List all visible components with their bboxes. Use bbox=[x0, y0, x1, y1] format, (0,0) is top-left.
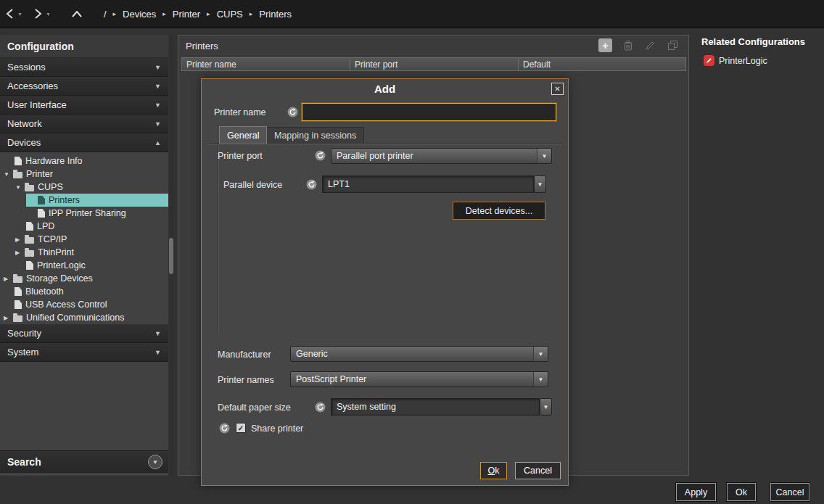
parameter-toggle-icon[interactable] bbox=[315, 150, 326, 161]
dialog-cancel-button[interactable]: Cancel bbox=[515, 462, 561, 479]
tree-item-tcp-ip[interactable]: ▶ TCP/IP bbox=[0, 233, 168, 246]
manufacturer-dropdown[interactable]: Generic ▼ bbox=[290, 346, 548, 362]
parameter-toggle-icon[interactable] bbox=[287, 107, 298, 117]
manufacturer-label: Manufacturer bbox=[218, 350, 271, 360]
printer-port-dropdown[interactable]: Parallel port printer ▼ bbox=[331, 148, 552, 164]
sidebar-section-user-interface[interactable]: User Interface ▼ bbox=[0, 96, 168, 115]
printer-names-dropdown[interactable]: PostScript Printer ▼ bbox=[290, 371, 548, 387]
back-button[interactable] bbox=[7, 6, 13, 22]
edit-printer-button[interactable] bbox=[643, 38, 657, 52]
up-level-button[interactable] bbox=[72, 6, 82, 22]
breadcrumb-item-cups[interactable]: CUPS bbox=[217, 9, 243, 20]
expander-open-icon[interactable]: ▼ bbox=[15, 184, 25, 191]
column-header-default[interactable]: Default bbox=[518, 57, 686, 71]
section-label: Security bbox=[7, 328, 41, 339]
tree-item-printers[interactable]: Printers bbox=[0, 194, 168, 207]
column-header-printer-name[interactable]: Printer name bbox=[181, 57, 350, 71]
printer-names-label: Printer names bbox=[218, 375, 274, 385]
printer-port-label: Printer port bbox=[218, 151, 263, 161]
tree-item-cups[interactable]: ▼ CUPS bbox=[0, 181, 168, 194]
section-label: Sessions bbox=[7, 62, 46, 73]
trash-icon bbox=[624, 41, 633, 51]
cancel-button[interactable]: Cancel bbox=[770, 483, 809, 501]
parallel-device-combo-input[interactable]: LPT1 bbox=[322, 175, 534, 193]
folder-icon bbox=[13, 315, 22, 322]
related-item-printerlogic[interactable]: PrinterLogic bbox=[704, 55, 824, 66]
sidebar-section-sessions[interactable]: Sessions ▼ bbox=[0, 58, 168, 77]
sidebar-section-system[interactable]: System ▼ bbox=[0, 343, 168, 362]
back-history-caret-icon[interactable]: ▼ bbox=[17, 12, 22, 17]
section-label: Network bbox=[7, 118, 42, 129]
expander-closed-icon[interactable]: ▶ bbox=[15, 249, 25, 256]
tree-item-lpd[interactable]: LPD bbox=[0, 220, 168, 233]
tree-item-unified-communications[interactable]: ▶ Unified Communications bbox=[0, 311, 168, 324]
tab-mapping-in-sessions[interactable]: Mapping in sessions bbox=[266, 127, 364, 144]
default-paper-size-dropdown-button[interactable]: ▼ bbox=[540, 398, 552, 416]
copy-printer-button[interactable] bbox=[666, 38, 680, 52]
sidebar-section-accessories[interactable]: Accessories ▼ bbox=[0, 77, 168, 96]
dropdown-value: Parallel port printer bbox=[337, 151, 413, 161]
printerlogic-edit-icon bbox=[704, 55, 714, 66]
forward-button[interactable] bbox=[35, 6, 41, 22]
expander-open-icon[interactable]: ▼ bbox=[4, 171, 13, 178]
tree-item-usb-access-control[interactable]: USB Access Control bbox=[0, 298, 168, 311]
tree-item-storage-devices[interactable]: ▶ Storage Devices bbox=[0, 272, 168, 285]
breadcrumb-root[interactable]: / bbox=[104, 9, 107, 20]
breadcrumb-item-printers[interactable]: Printers bbox=[259, 9, 292, 20]
default-paper-size-label: Default paper size bbox=[218, 402, 291, 413]
search-label: Search bbox=[7, 456, 41, 468]
tree-item-ipp-printer-sharing[interactable]: IPP Printer Sharing bbox=[0, 207, 168, 220]
sidebar-title: Configuration bbox=[0, 35, 168, 58]
detect-devices-button[interactable]: Detect devices... bbox=[453, 202, 545, 220]
tree-item-printer[interactable]: ▼ Printer bbox=[0, 168, 168, 181]
apply-button[interactable]: Apply bbox=[676, 483, 716, 501]
printer-name-input[interactable] bbox=[302, 103, 556, 121]
parameter-toggle-icon[interactable] bbox=[219, 423, 230, 434]
parameter-toggle-icon[interactable] bbox=[306, 179, 317, 190]
expander-closed-icon[interactable]: ▶ bbox=[4, 315, 13, 321]
cancel-button-label: Cancel bbox=[524, 466, 552, 476]
ok-button[interactable]: Ok bbox=[727, 483, 756, 501]
tree-item-bluetooth[interactable]: Bluetooth bbox=[0, 285, 168, 298]
expander-closed-icon[interactable]: ▶ bbox=[15, 236, 25, 243]
related-item-label: PrinterLogic bbox=[719, 56, 767, 66]
tree-item-label: LPD bbox=[37, 221, 54, 231]
add-printer-button[interactable]: + bbox=[598, 38, 612, 52]
dialog-close-button[interactable]: ✕ bbox=[551, 83, 564, 95]
app-window: ▼ ▼ / ▸ Devices ▸ Printer ▸ CUPS ▸ Print… bbox=[0, 0, 824, 504]
tree-item-hardware-info[interactable]: Hardware Info bbox=[0, 154, 168, 168]
breadcrumb-item-devices[interactable]: Devices bbox=[123, 9, 156, 20]
parameter-toggle-icon[interactable] bbox=[315, 402, 326, 413]
tree-item-thinprint[interactable]: ▶ ThinPrint bbox=[0, 246, 168, 259]
sidebar-scrollbar[interactable] bbox=[169, 35, 173, 476]
default-paper-size-combo-input[interactable]: System setting bbox=[331, 398, 540, 416]
tree-item-printerlogic[interactable]: PrinterLogic bbox=[0, 259, 168, 272]
caret-down-icon: ▼ bbox=[154, 120, 161, 128]
printers-toolbar: + bbox=[598, 38, 680, 52]
sidebar-section-network[interactable]: Network ▼ bbox=[0, 115, 168, 133]
parallel-device-dropdown-button[interactable]: ▼ bbox=[534, 175, 546, 193]
expander-closed-icon[interactable]: ▶ bbox=[4, 276, 13, 282]
sidebar-search-section[interactable]: Search ▼ bbox=[0, 450, 168, 473]
chevron-right-icon bbox=[35, 9, 41, 19]
caret-down-icon: ▼ bbox=[154, 102, 161, 109]
caret-down-icon: ▼ bbox=[154, 330, 161, 337]
check-icon: ✓ bbox=[238, 424, 244, 432]
tab-pane-border bbox=[218, 144, 219, 334]
sidebar-section-devices[interactable]: Devices ▲ bbox=[0, 133, 168, 152]
share-printer-checkbox[interactable]: ✓ bbox=[236, 423, 246, 433]
sidebar-section-security[interactable]: Security ▼ bbox=[0, 324, 168, 343]
tree-item-label: Hardware Info bbox=[25, 156, 83, 166]
forward-history-caret-icon[interactable]: ▼ bbox=[46, 12, 51, 17]
delete-printer-button[interactable] bbox=[621, 38, 635, 52]
column-header-printer-port[interactable]: Printer port bbox=[350, 57, 519, 71]
tab-general[interactable]: General bbox=[219, 126, 267, 144]
tree-item-label: IPP Printer Sharing bbox=[49, 208, 126, 218]
breadcrumb-item-printer[interactable]: Printer bbox=[173, 9, 200, 20]
document-icon bbox=[15, 287, 22, 296]
scrollbar-thumb[interactable] bbox=[169, 238, 173, 274]
search-expand-button[interactable]: ▼ bbox=[148, 455, 162, 469]
section-label: System bbox=[7, 347, 38, 358]
tree-item-label: TCP/IP bbox=[38, 234, 67, 244]
dialog-ok-button[interactable]: Ok bbox=[480, 462, 507, 479]
